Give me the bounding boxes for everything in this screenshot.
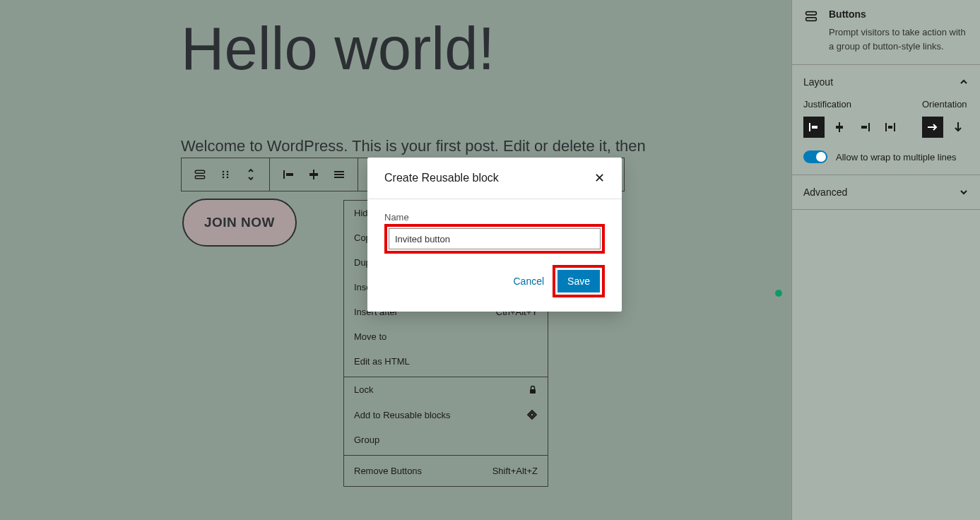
block-name: Buttons — [829, 8, 969, 20]
svg-point-2 — [223, 171, 225, 173]
toggle-thumb — [816, 152, 826, 162]
menu-item-label: Move to — [354, 331, 386, 342]
svg-rect-18 — [530, 389, 536, 394]
block-type-icon[interactable] — [190, 165, 210, 184]
justify-left-icon[interactable] — [278, 165, 298, 184]
justify-right-button[interactable] — [854, 117, 875, 138]
svg-rect-28 — [894, 123, 895, 131]
svg-rect-22 — [812, 126, 817, 129]
svg-rect-8 — [283, 170, 285, 179]
svg-point-3 — [227, 171, 229, 173]
svg-rect-24 — [836, 126, 843, 129]
svg-rect-1 — [195, 176, 204, 179]
svg-rect-12 — [334, 171, 344, 172]
layout-panel: Layout Justification — [792, 65, 980, 175]
menu-item-move-to[interactable]: Move to — [344, 324, 548, 349]
svg-point-7 — [227, 177, 229, 179]
name-field-label: Name — [384, 212, 605, 223]
close-icon[interactable]: ✕ — [594, 170, 605, 186]
svg-rect-13 — [334, 174, 344, 175]
editor-canvas: Hello world! Welcome to WordPress. This … — [0, 0, 791, 520]
svg-rect-14 — [334, 177, 344, 178]
wrap-toggle-label: Allow to wrap to multiple lines — [836, 152, 957, 162]
layout-panel-title: Layout — [803, 76, 833, 88]
svg-rect-19 — [806, 12, 817, 16]
name-input[interactable] — [389, 228, 601, 249]
drag-handle-icon[interactable] — [216, 165, 235, 184]
modal-title: Create Reusable block — [384, 172, 499, 184]
orientation-horizontal-button[interactable] — [922, 117, 943, 138]
move-updown-icon[interactable] — [241, 165, 261, 184]
svg-point-6 — [223, 177, 225, 179]
svg-rect-0 — [195, 170, 204, 173]
post-paragraph[interactable]: Welcome to WordPress. This is your first… — [181, 137, 646, 155]
block-description: Prompt visitors to take action with a gr… — [829, 25, 969, 53]
diamond-icon — [526, 409, 538, 420]
align-icon[interactable] — [329, 165, 349, 184]
menu-item-label: Edit as HTML — [354, 356, 410, 367]
chevron-down-icon — [959, 187, 969, 197]
svg-rect-20 — [806, 18, 817, 21]
menu-item-label: Add to Reusable blocks — [354, 410, 451, 420]
buttons-block-icon — [803, 8, 819, 53]
advanced-panel-header[interactable]: Advanced — [792, 175, 980, 209]
menu-item-add-reusable[interactable]: Add to Reusable blocks — [344, 402, 548, 427]
svg-rect-25 — [868, 123, 870, 131]
settings-sidebar: Buttons Prompt visitors to take action w… — [791, 0, 980, 520]
justify-center-button[interactable] — [829, 117, 850, 138]
chevron-up-icon — [959, 77, 969, 87]
block-info-panel: Buttons Prompt visitors to take action w… — [792, 0, 980, 65]
post-title[interactable]: Hello world! — [181, 14, 495, 83]
justify-left-button[interactable] — [803, 117, 825, 138]
create-reusable-block-modal: Create Reusable block ✕ Name Cancel Save — [367, 158, 622, 312]
svg-rect-26 — [861, 126, 867, 129]
svg-rect-29 — [888, 126, 892, 129]
menu-item-label: Group — [354, 435, 379, 445]
justification-label: Justification — [803, 99, 901, 110]
name-field-highlight — [384, 224, 605, 254]
svg-point-4 — [223, 174, 225, 176]
lock-icon — [528, 385, 538, 395]
menu-item-label: Remove Buttons — [354, 466, 422, 476]
save-button-highlight: Save — [553, 265, 605, 297]
menu-item-label: Lock — [354, 384, 373, 395]
menu-item-remove[interactable]: Remove Buttons Shift+Alt+Z — [344, 456, 548, 486]
menu-item-lock[interactable]: Lock — [344, 377, 548, 402]
orientation-vertical-button[interactable] — [947, 117, 969, 138]
svg-rect-11 — [309, 173, 318, 176]
cancel-button[interactable]: Cancel — [513, 276, 544, 287]
advanced-panel-title: Advanced — [803, 187, 847, 198]
menu-item-edit-html[interactable]: Edit as HTML — [344, 349, 548, 377]
status-dot — [775, 290, 782, 297]
justification-group: Justification — [803, 99, 901, 138]
menu-item-group[interactable]: Group — [344, 427, 548, 455]
menu-item-label: Hid — [354, 208, 368, 218]
layout-panel-header[interactable]: Layout — [792, 65, 980, 99]
svg-rect-9 — [286, 173, 293, 176]
justify-space-between-button[interactable] — [880, 117, 901, 138]
advanced-panel: Advanced — [792, 175, 980, 210]
join-now-button[interactable]: JOIN NOW — [182, 199, 297, 247]
svg-point-5 — [227, 174, 229, 176]
justify-center-icon[interactable] — [304, 165, 324, 184]
save-button[interactable]: Save — [557, 270, 600, 292]
orientation-label: Orientation — [922, 99, 969, 110]
svg-rect-27 — [885, 123, 887, 131]
menu-shortcut: Shift+Alt+Z — [492, 466, 538, 476]
svg-rect-21 — [809, 123, 810, 131]
wrap-toggle[interactable] — [803, 150, 827, 163]
orientation-group: Orientation — [922, 99, 969, 138]
